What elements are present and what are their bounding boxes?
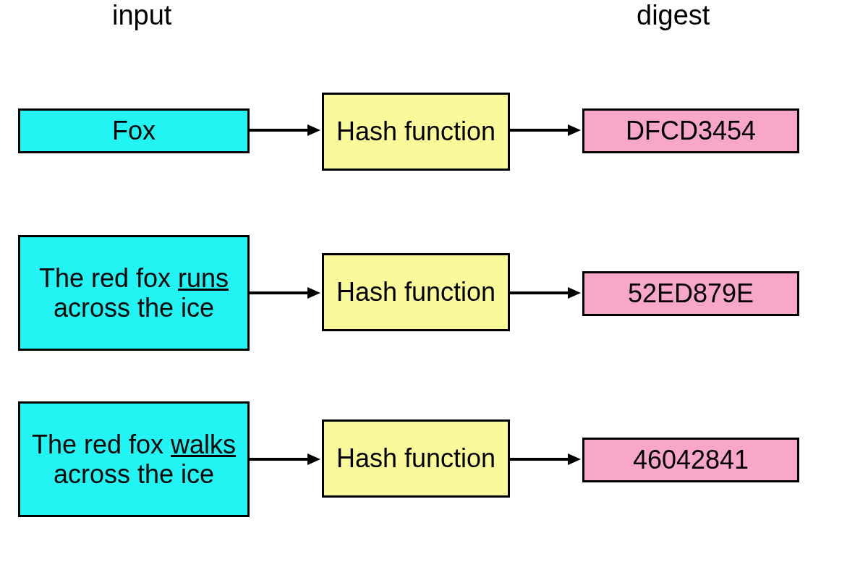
svg-marker-5	[307, 287, 320, 299]
func-text-2: Hash function	[336, 277, 495, 307]
arrow-to-digest-3	[510, 452, 582, 466]
arrow-to-digest-1	[510, 123, 582, 137]
arrow-to-func-1	[250, 123, 322, 137]
arrow-to-func-2	[250, 286, 322, 300]
input-box-3: The red fox walks across the ice	[18, 401, 250, 517]
input-text-3: The red fox walks across the ice	[27, 430, 240, 490]
digest-box-2: 52ED879E	[582, 271, 799, 316]
input-text-2: The red fox runs across the ice	[27, 263, 240, 323]
digest-text-3: 46042841	[633, 445, 749, 474]
svg-marker-11	[568, 453, 581, 465]
header-digest: digest	[637, 0, 710, 31]
arrow-to-digest-2	[510, 286, 582, 300]
svg-marker-7	[568, 287, 581, 299]
digest-text-1: DFCD3454	[626, 116, 756, 145]
svg-marker-1	[307, 124, 320, 136]
func-text-1: Hash function	[336, 116, 495, 146]
input-text-1: Fox	[112, 116, 156, 145]
func-box-1: Hash function	[322, 93, 510, 171]
svg-marker-3	[568, 124, 581, 136]
input-box-1: Fox	[18, 108, 250, 153]
digest-text-2: 52ED879E	[628, 278, 754, 308]
header-input: input	[112, 0, 171, 31]
digest-box-1: DFCD3454	[582, 108, 799, 153]
func-box-2: Hash function	[322, 253, 510, 331]
arrow-to-func-3	[250, 452, 322, 466]
func-box-3: Hash function	[322, 419, 510, 498]
func-text-3: Hash function	[336, 443, 495, 473]
hash-function-diagram: input digest Fox Hash function DFCD3454 …	[0, 0, 868, 588]
svg-marker-9	[307, 453, 320, 465]
digest-box-3: 46042841	[582, 438, 799, 482]
input-box-2: The red fox runs across the ice	[18, 235, 250, 351]
